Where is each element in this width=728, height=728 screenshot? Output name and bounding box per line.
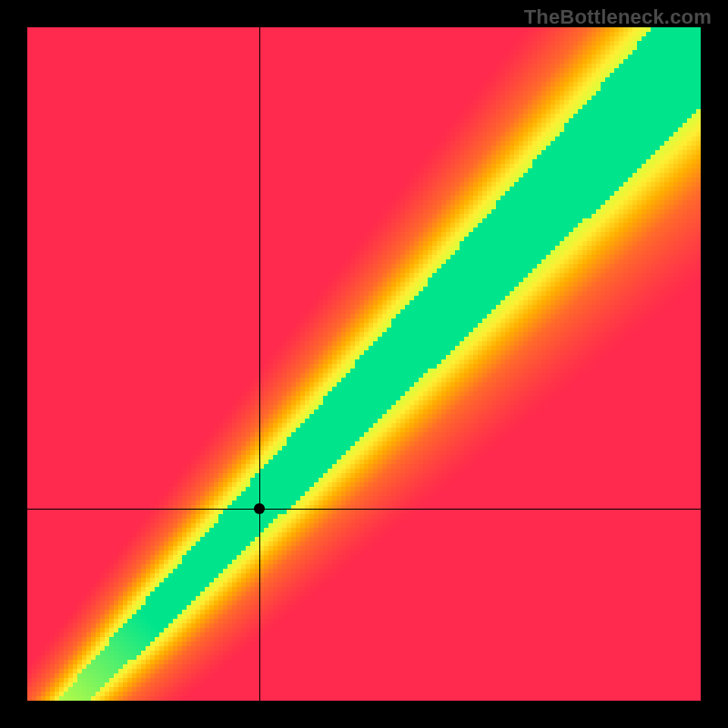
bottleneck-heatmap — [27, 27, 701, 701]
selection-marker — [254, 503, 265, 514]
watermark-text: TheBottleneck.com — [524, 5, 712, 29]
crosshair-horizontal — [27, 509, 701, 510]
chart-frame: TheBottleneck.com — [0, 0, 728, 728]
crosshair-vertical — [259, 27, 260, 701]
